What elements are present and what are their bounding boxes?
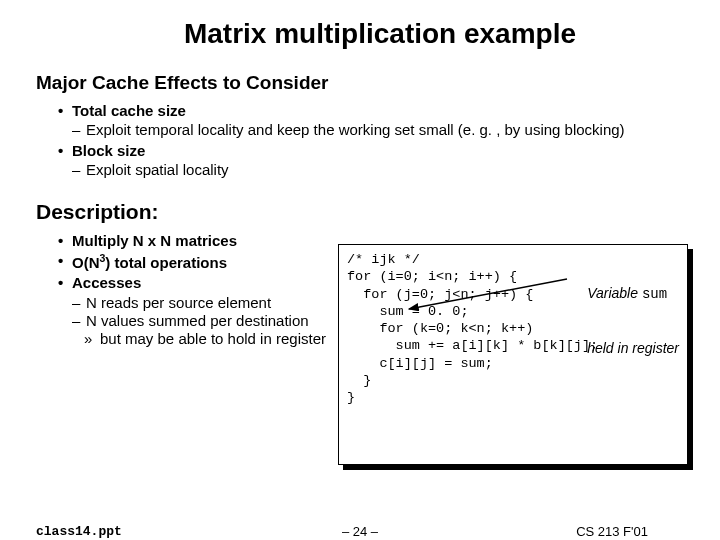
slide-title: Matrix multiplication example [76,18,684,50]
code-line-3: for (j=0; j<n; j++) { [347,287,533,302]
section-heading-description: Description: [36,200,358,224]
slide: Matrix multiplication example Major Cach… [0,0,720,540]
section-heading-cache: Major Cache Effects to Consider [36,72,684,94]
annotation: Variable sum held in register [587,249,679,393]
code-box: /* ijk */ for (i=0; i<n; i++) { for (j=0… [338,244,688,465]
bullet-complexity: O(N3) total operations [58,252,358,271]
code-line-7: c[i][j] = sum; [347,356,493,371]
code-line-4: sum = 0. 0; [347,304,469,319]
bullet-total-cache: Total cache size [58,102,684,119]
code-line-5: for (k=0; k<n; k++) [347,321,533,336]
code-listing: /* ijk */ for (i=0; i<n; i++) { for (j=0… [338,244,688,465]
annotation-line-1-text: Variable [587,285,642,301]
complexity-pre: O(N [72,254,100,271]
footer-filename: class14.ppt [36,524,122,539]
code-line-8: } [347,373,371,388]
code-line-1: /* ijk */ [347,252,420,267]
code-line-6: sum += a[i][k] * b[k][j]; [347,338,598,353]
bullet-accesses: Accesses [58,274,358,291]
bullet-multiply: Multiply N x N matrices [58,232,358,249]
bullet-spatial-locality: Exploit spatial locality [72,161,358,178]
code-line-9: } [347,390,355,405]
left-column: Block size Exploit spatial locality Desc… [58,139,358,293]
annotation-line-1: Variable sum [587,285,679,304]
bullet-temporal-locality: Exploit temporal locality and keep the w… [72,121,684,138]
annotation-line-1-mono: sum [642,286,667,302]
footer-course: CS 213 F'01 [576,524,648,539]
bullet-block-size: Block size [58,142,358,159]
annotation-line-2: held in register [587,340,679,358]
footer-page-number: – 24 – [342,524,378,539]
code-line-2: for (i=0; i<n; i++) { [347,269,517,284]
complexity-post: ) total operations [105,254,227,271]
